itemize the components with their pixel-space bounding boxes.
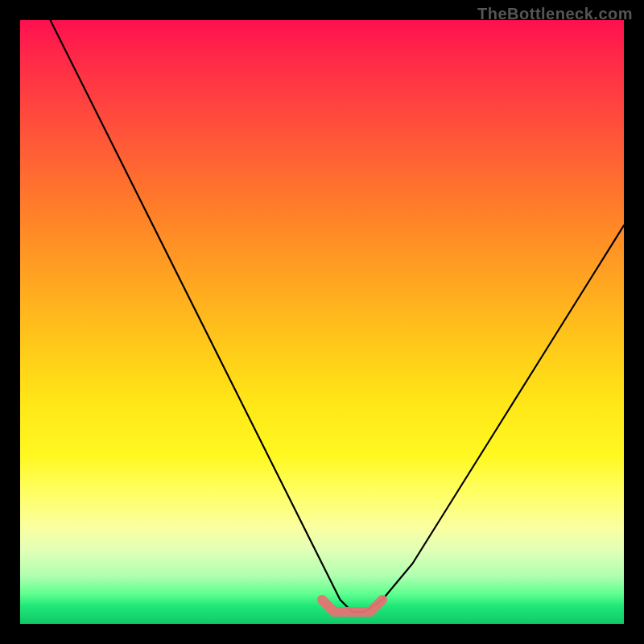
bottleneck-curve-path (51, 20, 625, 612)
chart-svg (20, 20, 624, 624)
optimal-band-path (322, 600, 382, 612)
plot-area (20, 20, 624, 624)
watermark-text: TheBottleneck.com (477, 5, 633, 23)
